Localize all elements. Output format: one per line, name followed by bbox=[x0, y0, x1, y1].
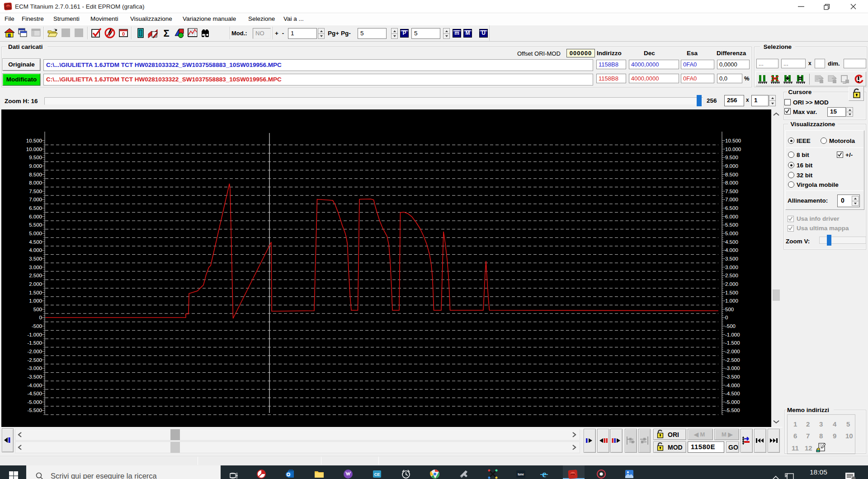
svg-text:8.000: 8.000 bbox=[29, 180, 42, 185]
svg-text:3.500: 3.500 bbox=[725, 256, 738, 261]
svg-text:9.500: 9.500 bbox=[29, 155, 42, 160]
svg-text:e: e bbox=[542, 469, 546, 479]
svg-text:-4.000: -4.000 bbox=[27, 383, 42, 388]
svg-text:5.500: 5.500 bbox=[29, 222, 42, 228]
svg-text:-3.000: -3.000 bbox=[725, 365, 740, 371]
svg-text:2.500: 2.500 bbox=[29, 273, 42, 278]
svg-text:1.000: 1.000 bbox=[725, 298, 738, 304]
svg-text:10.000: 10.000 bbox=[26, 147, 42, 152]
svg-text:-2.000: -2.000 bbox=[725, 349, 740, 354]
svg-text:0: 0 bbox=[725, 315, 728, 320]
svg-text:5.500: 5.500 bbox=[725, 222, 738, 228]
svg-text:Σ: Σ bbox=[163, 28, 169, 39]
svg-text:2.000: 2.000 bbox=[725, 281, 738, 287]
svg-text:-5.500: -5.500 bbox=[725, 408, 740, 413]
svg-text:-5.000: -5.000 bbox=[27, 399, 42, 405]
svg-text:9.500: 9.500 bbox=[725, 155, 738, 160]
svg-text:7.000: 7.000 bbox=[725, 197, 738, 202]
svg-text:8.500: 8.500 bbox=[29, 172, 42, 177]
svg-text:2.500: 2.500 bbox=[725, 273, 738, 278]
svg-text:-5.500: -5.500 bbox=[27, 408, 42, 413]
svg-text:-1.000: -1.000 bbox=[27, 332, 42, 337]
svg-text:10.000: 10.000 bbox=[725, 147, 741, 152]
svg-text:-500: -500 bbox=[725, 323, 736, 329]
svg-text:500: 500 bbox=[725, 307, 734, 312]
svg-text:-500: -500 bbox=[32, 323, 42, 329]
svg-text:4.000: 4.000 bbox=[29, 247, 42, 253]
svg-text:1.000: 1.000 bbox=[29, 298, 42, 304]
svg-text:8.500: 8.500 bbox=[725, 172, 738, 177]
svg-text:500: 500 bbox=[33, 307, 42, 312]
svg-text:5.000: 5.000 bbox=[725, 231, 738, 236]
svg-text:4.500: 4.500 bbox=[725, 239, 738, 245]
svg-text:9.000: 9.000 bbox=[29, 163, 42, 169]
svg-text:6.500: 6.500 bbox=[29, 205, 42, 211]
svg-text:10.500: 10.500 bbox=[26, 138, 42, 143]
svg-text:3.000: 3.000 bbox=[29, 265, 42, 270]
svg-text:-4.500: -4.500 bbox=[725, 391, 740, 396]
svg-text:-2.500: -2.500 bbox=[725, 357, 740, 363]
svg-text:6.000: 6.000 bbox=[725, 214, 738, 219]
svg-text:6.000: 6.000 bbox=[29, 214, 42, 219]
svg-text:7.500: 7.500 bbox=[29, 189, 42, 194]
svg-text:-1.500: -1.500 bbox=[27, 340, 42, 346]
svg-text:0: 0 bbox=[39, 315, 42, 320]
svg-text:4.000: 4.000 bbox=[725, 247, 738, 253]
svg-text:3.500: 3.500 bbox=[29, 256, 42, 261]
svg-text:-3.500: -3.500 bbox=[725, 374, 740, 379]
svg-text:-2.500: -2.500 bbox=[27, 357, 42, 363]
svg-text:4.500: 4.500 bbox=[29, 239, 42, 245]
svg-text:7.500: 7.500 bbox=[725, 189, 738, 194]
svg-text:-2.000: -2.000 bbox=[27, 349, 42, 354]
svg-text:-4.000: -4.000 bbox=[725, 383, 740, 388]
svg-text:10.500: 10.500 bbox=[725, 138, 741, 143]
svg-text:1.500: 1.500 bbox=[29, 290, 42, 295]
svg-text:3.000: 3.000 bbox=[725, 265, 738, 270]
svg-text:8.000: 8.000 bbox=[725, 180, 738, 185]
svg-text:0: 0 bbox=[122, 31, 125, 37]
svg-text:CE: CE bbox=[374, 472, 380, 477]
svg-text:-4.500: -4.500 bbox=[27, 391, 42, 396]
svg-text:-5.000: -5.000 bbox=[725, 399, 740, 405]
svg-text:2.000: 2.000 bbox=[29, 281, 42, 287]
svg-text:-3.500: -3.500 bbox=[27, 374, 42, 379]
svg-text:-1.500: -1.500 bbox=[725, 340, 740, 346]
svg-text:1.500: 1.500 bbox=[725, 290, 738, 295]
svg-text:9.000: 9.000 bbox=[725, 163, 738, 169]
svg-text:6.500: 6.500 bbox=[725, 205, 738, 211]
svg-text:5.000: 5.000 bbox=[29, 231, 42, 236]
svg-text:-3.000: -3.000 bbox=[27, 365, 42, 371]
svg-text:7.000: 7.000 bbox=[29, 197, 42, 202]
svg-text:tune: tune bbox=[518, 473, 524, 476]
svg-text:-1.000: -1.000 bbox=[725, 332, 740, 337]
